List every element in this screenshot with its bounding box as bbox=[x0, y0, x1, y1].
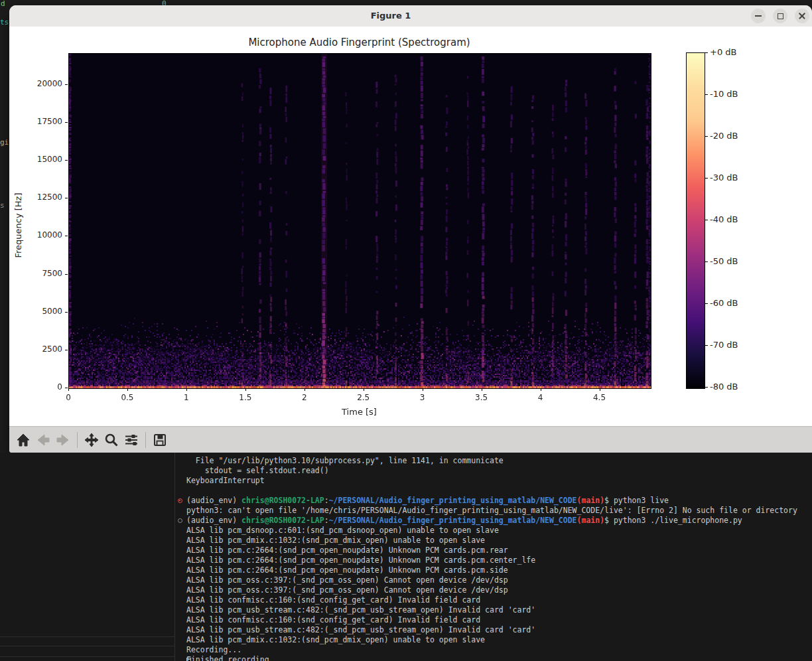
x-tick bbox=[245, 388, 246, 391]
terminal-line: ALSA lib pcm_dmix.c:1032:(snd_pcm_dmix_o… bbox=[186, 635, 485, 645]
x-tick-label: 0 bbox=[58, 393, 78, 402]
subplots-button[interactable] bbox=[122, 431, 141, 449]
back-button[interactable] bbox=[34, 431, 52, 449]
x-tick bbox=[482, 388, 482, 391]
y-tick bbox=[65, 274, 68, 275]
figure-window: Figure 1 Microphone Audio Fingerprint (S… bbox=[9, 5, 812, 453]
y-tick-label: 10000 bbox=[24, 230, 62, 240]
minimize-icon bbox=[755, 15, 762, 17]
terminal-line: ALSA lib pcm.c:2664:(snd_pcm_open_noupda… bbox=[186, 555, 535, 565]
y-axis-label: Frequency [Hz] bbox=[13, 126, 23, 325]
maximize-button[interactable] bbox=[773, 9, 787, 23]
zoom-button[interactable] bbox=[102, 431, 121, 449]
forward-button[interactable] bbox=[54, 431, 72, 449]
y-tick bbox=[65, 388, 68, 388]
x-tick bbox=[304, 388, 305, 391]
colorbar-label: -20 dB bbox=[710, 131, 738, 141]
window-title: Figure 1 bbox=[334, 5, 447, 27]
colorbar-tick bbox=[705, 387, 708, 388]
colorbar bbox=[686, 52, 705, 389]
terminal-line: KeyboardInterrupt bbox=[186, 476, 265, 486]
colorbar-tick bbox=[705, 303, 708, 304]
subplots-icon bbox=[124, 433, 139, 447]
y-tick-label: 15000 bbox=[24, 155, 62, 164]
list-row-divider bbox=[0, 636, 174, 637]
command-ok-icon[interactable] bbox=[178, 518, 182, 523]
x-tick bbox=[541, 388, 541, 391]
colorbar-label: -80 dB bbox=[710, 382, 738, 392]
x-tick-label: 2 bbox=[295, 393, 314, 402]
desktop: d0ts.gits Figure 1 Microphone Audio Fing… bbox=[0, 0, 812, 661]
terminal-line: ALSA lib pcm.c:2664:(snd_pcm_open_noupda… bbox=[186, 565, 508, 575]
colorbar-tick bbox=[705, 345, 708, 346]
spectrogram-canvas[interactable] bbox=[68, 53, 651, 389]
maximize-icon bbox=[778, 13, 783, 19]
x-tick bbox=[600, 388, 600, 391]
background-text-fragment: s bbox=[0, 202, 5, 209]
home-button[interactable] bbox=[14, 431, 33, 449]
toolbar-separator bbox=[145, 432, 146, 448]
save-button[interactable] bbox=[151, 431, 169, 449]
y-tick bbox=[65, 312, 68, 313]
terminal-line: python3: can't open file '/home/chris/PE… bbox=[186, 506, 797, 516]
terminal-line: ALSA lib pcm.c:2664:(snd_pcm_open_noupda… bbox=[186, 546, 508, 555]
terminal-line: ALSA lib confmisc.c:160:(snd_config_get_… bbox=[186, 615, 480, 625]
terminal-line: ALSA lib pcm_oss.c:397:(_snd_pcm_oss_ope… bbox=[186, 575, 508, 585]
list-row-divider bbox=[0, 656, 174, 657]
x-tick-label: 3.5 bbox=[472, 393, 492, 402]
minimize-button[interactable] bbox=[751, 9, 766, 23]
home-icon bbox=[16, 433, 31, 447]
y-tick-label: 17500 bbox=[24, 117, 62, 126]
terminal-line: (audio_env) chris@ROSH0072-LAP:~/PERSONA… bbox=[186, 516, 742, 526]
x-tick-label: 2.5 bbox=[354, 393, 373, 402]
save-icon bbox=[153, 433, 167, 447]
y-tick-label: 12500 bbox=[24, 192, 62, 202]
x-tick bbox=[127, 388, 128, 391]
x-tick bbox=[423, 388, 423, 391]
toolbar-separator bbox=[77, 432, 78, 448]
y-tick-label: 7500 bbox=[24, 269, 62, 278]
colorbar-label: -50 dB bbox=[710, 256, 738, 266]
colorbar-label: -10 dB bbox=[710, 89, 738, 99]
x-tick-label: 4.5 bbox=[590, 393, 610, 402]
x-axis-label: Time [s] bbox=[68, 407, 650, 417]
figure-canvas-area: Microphone Audio Fingerprint (Spectrogra… bbox=[9, 27, 812, 427]
y-tick-label: 2500 bbox=[24, 344, 62, 354]
back-icon bbox=[36, 433, 50, 447]
pan-icon bbox=[84, 433, 99, 447]
y-tick bbox=[65, 198, 68, 198]
x-tick bbox=[364, 388, 364, 391]
colorbar-tick bbox=[705, 94, 708, 95]
colorbar-label: -60 dB bbox=[710, 298, 738, 308]
colorbar-label: -30 dB bbox=[710, 173, 738, 183]
close-button[interactable] bbox=[795, 9, 809, 23]
command-failed-icon[interactable] bbox=[178, 498, 182, 503]
y-tick bbox=[65, 350, 68, 350]
colorbar-label: -40 dB bbox=[710, 214, 738, 224]
pan-button[interactable] bbox=[82, 431, 101, 449]
background-text-fragment: d bbox=[1, 0, 5, 7]
y-tick-label: 20000 bbox=[24, 79, 62, 88]
list-row-divider bbox=[0, 646, 174, 646]
x-tick-label: 1.5 bbox=[236, 393, 255, 402]
terminal-line: stdout = self.stdout.read() bbox=[186, 466, 329, 476]
terminal-line: ALSA lib pcm_dmix.c:1032:(snd_pcm_dmix_o… bbox=[186, 536, 485, 546]
terminal-line: (audio_env) chris@ROSH0072-LAP:~/PERSONA… bbox=[186, 496, 669, 506]
x-tick bbox=[186, 388, 187, 391]
colorbar-label: +0 dB bbox=[710, 47, 736, 57]
panel-divider[interactable] bbox=[174, 453, 175, 661]
x-tick bbox=[68, 388, 69, 391]
x-tick-label: 3 bbox=[413, 393, 433, 402]
y-tick-label: 0 bbox=[24, 382, 62, 392]
y-tick bbox=[65, 160, 68, 161]
terminal-line: ALSA lib pcm_dsnoop.c:601:(snd_pcm_dsnoo… bbox=[186, 526, 499, 536]
y-tick bbox=[65, 122, 68, 123]
terminal-cursor[interactable] bbox=[186, 658, 191, 661]
zoom-icon bbox=[104, 433, 119, 447]
forward-icon bbox=[56, 433, 70, 447]
window-titlebar[interactable]: Figure 1 bbox=[9, 5, 812, 27]
terminal-line: File "/usr/lib/python3.10/subprocess.py"… bbox=[186, 456, 504, 466]
y-tick bbox=[65, 84, 68, 85]
colorbar-tick bbox=[705, 220, 708, 220]
terminal-line: ALSA lib pcm_oss.c:397:(_snd_pcm_oss_ope… bbox=[186, 585, 508, 595]
